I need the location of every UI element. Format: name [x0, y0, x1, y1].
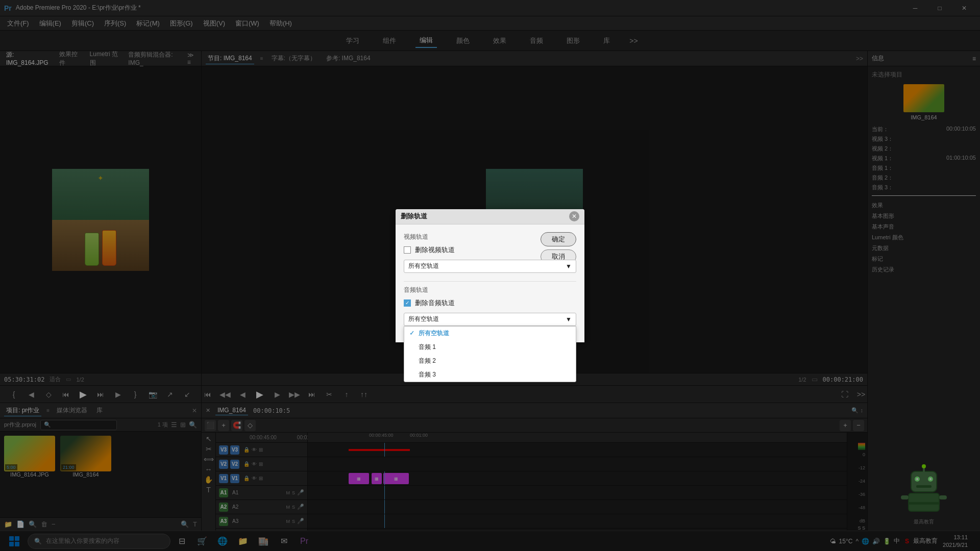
audio-select-value: 所有空轨道 — [408, 315, 439, 323]
dropdown-item-all-empty[interactable]: ✓ 所有空轨道 — [404, 327, 576, 340]
video-select-row: 所有空轨道 ▼ — [404, 260, 576, 273]
dialog-confirm-button[interactable]: 确定 — [541, 232, 576, 246]
video-checkbox-label: 删除视频轨道 — [415, 245, 455, 255]
audio-select-row: 所有空轨道 ▼ ✓ 所有空轨道 音频 1 音频 2 — [404, 313, 576, 326]
audio-track-dropdown: ✓ 所有空轨道 音频 1 音频 2 音频 3 — [404, 326, 576, 382]
dialog-title: 删除轨道 — [401, 212, 427, 221]
dropdown-item-a2[interactable]: 音频 2 — [404, 354, 576, 368]
audio-checkbox[interactable]: ✓ — [404, 299, 411, 307]
audio-section-label: 音频轨道 — [404, 286, 576, 294]
dropdown-item-label-3: 音频 2 — [419, 357, 436, 365]
dialog-title-bar: 删除轨道 ✕ — [396, 209, 584, 224]
dropdown-item-label-4: 音频 3 — [419, 370, 436, 379]
dropdown-item-a3[interactable]: 音频 3 — [404, 368, 576, 382]
delete-track-dialog: 删除轨道 ✕ 确定 取消 视频轨道 删除视频轨道 所有空轨道 ▼ — [396, 209, 584, 342]
video-select-value: 所有空轨道 — [408, 262, 439, 270]
audio-checkbox-label: 删除音频轨道 — [415, 298, 455, 308]
audio-track-select[interactable]: 所有空轨道 ▼ — [404, 313, 576, 326]
dialog-body: 确定 取消 视频轨道 删除视频轨道 所有空轨道 ▼ 音频轨道 ✓ 删除音频轨道 — [396, 224, 584, 342]
dropdown-check-icon: ✓ — [409, 330, 415, 337]
dropdown-item-label-1: 所有空轨道 — [419, 329, 449, 338]
video-track-select[interactable]: 所有空轨道 ▼ — [404, 260, 576, 273]
dialog-overlay: 删除轨道 ✕ 确定 取消 视频轨道 删除视频轨道 所有空轨道 ▼ — [0, 0, 980, 551]
dropdown-item-a1[interactable]: 音频 1 — [404, 340, 576, 354]
audio-select-chevron: ▼ — [566, 316, 572, 323]
audio-checkbox-row: ✓ 删除音频轨道 — [404, 298, 576, 308]
dialog-buttons: 确定 取消 — [541, 232, 576, 264]
dialog-close-button[interactable]: ✕ — [569, 211, 579, 221]
dialog-divider — [404, 281, 576, 282]
video-checkbox[interactable] — [404, 246, 411, 254]
dropdown-item-label-2: 音频 1 — [419, 343, 436, 352]
video-select-chevron: ▼ — [566, 263, 572, 270]
